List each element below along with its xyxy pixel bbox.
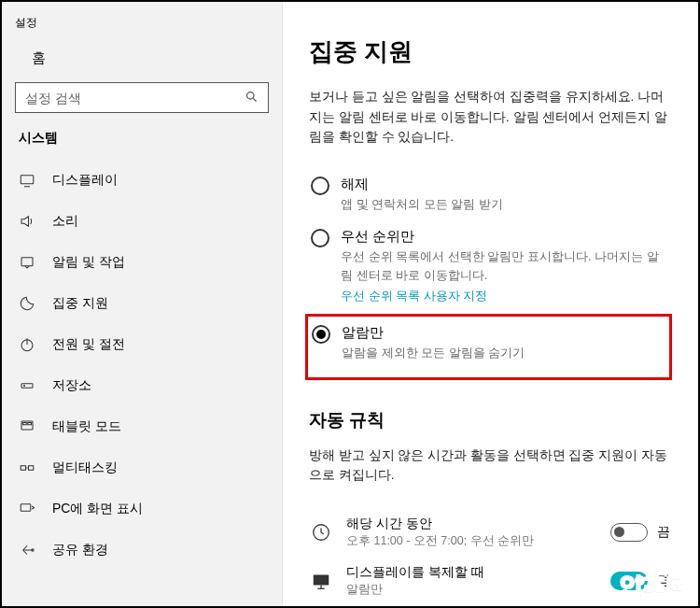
sidebar-item-project[interactable]: PC에 화면 표시 — [2, 488, 282, 530]
radio-off-desc: 앱 및 연락처의 모든 알림 받기 — [341, 195, 670, 214]
svg-rect-10 — [23, 423, 27, 425]
svg-point-8 — [24, 386, 25, 387]
settings-sidebar: 설정 홈 시스템 디스플레이 소리 알림 및 — [2, 2, 283, 606]
highlight-annotation: 알람만 알람을 제외한 모든 알림을 숨기기 — [305, 314, 672, 380]
auto-rules-heading: 자동 규칙 — [309, 408, 672, 432]
radio-priority-label: 우선 순위만 — [341, 228, 670, 246]
rule-display-title: 디스플레이를 복제할 때 — [346, 564, 595, 581]
svg-rect-18 — [314, 575, 329, 586]
svg-rect-15 — [21, 504, 31, 512]
sound-icon — [19, 213, 35, 230]
svg-rect-2 — [21, 176, 34, 184]
power-icon — [19, 336, 35, 353]
sidebar-item-storage[interactable]: 저장소 — [2, 365, 282, 406]
notification-icon — [19, 254, 35, 271]
rule-time-sub: 오후 11:00 - 오전 7:00; 우선 순위만 — [346, 533, 595, 549]
rule-gaming[interactable]: 게임을 플레이할 때 우선 순위만 켬 — [309, 605, 672, 606]
search-box[interactable] — [15, 82, 269, 113]
sidebar-item-sound[interactable]: 소리 — [2, 201, 282, 242]
sidebar-nav: 디스플레이 소리 알림 및 작업 집중 지원 전원 및 절전 저장소 — [2, 160, 282, 606]
radio-button-icon — [311, 229, 329, 247]
sidebar-item-label: 멀티태스킹 — [52, 460, 118, 476]
radio-alarms[interactable]: 알람만 알람을 제외한 모든 알림을 숨기기 — [310, 318, 664, 372]
search-icon — [245, 90, 259, 106]
radio-off-label: 해제 — [341, 176, 670, 193]
share-icon — [19, 542, 35, 559]
monitor-icon — [311, 571, 331, 591]
svg-rect-4 — [21, 258, 33, 266]
page-intro: 보거나 듣고 싶은 알림을 선택하여 집중력을 유지하세요. 나머지는 알림 센… — [309, 87, 672, 148]
svg-rect-12 — [21, 466, 25, 471]
radio-button-icon — [311, 177, 329, 195]
focus-mode-radio-group: 해제 앱 및 연락처의 모든 알림 받기 우선 순위만 우선 순위 목록에서 선… — [309, 170, 672, 380]
rule-time[interactable]: 해당 시간 동안 오후 11:00 - 오전 7:00; 우선 순위만 끔 — [309, 508, 672, 557]
sidebar-item-label: 저장소 — [52, 377, 91, 394]
sidebar-item-focus-assist[interactable]: 집중 지원 — [2, 283, 282, 324]
radio-off[interactable]: 해제 앱 및 연락처의 모든 알림 받기 — [309, 170, 672, 223]
sidebar-item-share[interactable]: 공유 환경 — [2, 530, 282, 571]
radio-priority-desc: 우선 순위 목록에서 선택한 알림만 표시합니다. 나머지는 알림 센터로 바로… — [341, 247, 670, 284]
home-label: 홈 — [32, 49, 46, 67]
sidebar-item-tablet[interactable]: 태블릿 모드 — [2, 406, 282, 447]
home-nav[interactable]: 홈 — [2, 40, 282, 78]
project-icon — [19, 501, 35, 517]
svg-rect-7 — [21, 384, 33, 389]
sidebar-item-label: 전원 및 절전 — [52, 336, 125, 353]
clock-icon — [311, 522, 331, 543]
radio-alarms-label: 알람만 — [342, 324, 662, 342]
radio-priority[interactable]: 우선 순위만 우선 순위 목록에서 선택한 알림만 표시합니다. 나머지는 알림… — [309, 222, 672, 314]
radio-button-icon — [312, 325, 330, 344]
radio-alarms-desc: 알람을 제외한 모든 알림을 숨기기 — [342, 344, 662, 362]
watermark: 인포탑 — [619, 570, 689, 602]
sidebar-item-notifications[interactable]: 알림 및 작업 — [2, 242, 282, 283]
search-input[interactable] — [25, 91, 245, 106]
rule-time-state: 끔 — [657, 524, 670, 541]
sidebar-item-label: 알림 및 작업 — [52, 254, 125, 271]
sidebar-item-label: 소리 — [52, 213, 78, 230]
sidebar-item-display[interactable]: 디스플레이 — [2, 160, 282, 201]
storage-icon — [19, 377, 35, 394]
svg-rect-13 — [29, 466, 34, 471]
multitask-icon — [19, 460, 35, 476]
tablet-icon — [19, 418, 35, 435]
rule-display-sub: 알람만 — [346, 582, 595, 598]
sidebar-item-label: 태블릿 모드 — [52, 418, 121, 435]
app-title: 설정 — [2, 11, 282, 40]
svg-line-1 — [253, 98, 256, 101]
sidebar-item-label: PC에 화면 표시 — [52, 501, 143, 517]
sidebar-item-label: 집중 지원 — [52, 295, 108, 312]
sidebar-item-label: 디스플레이 — [52, 172, 118, 189]
rule-time-title: 해당 시간 동안 — [346, 516, 595, 532]
sidebar-item-power[interactable]: 전원 및 절전 — [2, 324, 282, 365]
moon-icon — [19, 295, 35, 312]
sidebar-item-multitask[interactable]: 멀티태스킹 — [2, 447, 282, 488]
sidebar-item-label: 공유 환경 — [52, 542, 108, 559]
svg-rect-11 — [28, 423, 32, 425]
rule-time-toggle[interactable] — [610, 523, 648, 542]
main-content: 집중 지원 보거나 듣고 싶은 알림을 선택하여 집중력을 유지하세요. 나머지… — [283, 2, 698, 606]
page-title: 집중 지원 — [309, 35, 672, 68]
rule-duplicate-display[interactable]: 디스플레이를 복제할 때 알람만 켬 — [309, 557, 672, 605]
auto-rules-desc: 방해 받고 싶지 않은 시간과 활동을 선택하면 집중 지원이 자동으로 켜집니… — [309, 445, 672, 486]
display-icon — [19, 172, 35, 189]
svg-point-0 — [247, 92, 255, 99]
section-title: 시스템 — [2, 130, 282, 160]
priority-customize-link[interactable]: 우선 순위 목록 사용자 지정 — [341, 288, 670, 304]
